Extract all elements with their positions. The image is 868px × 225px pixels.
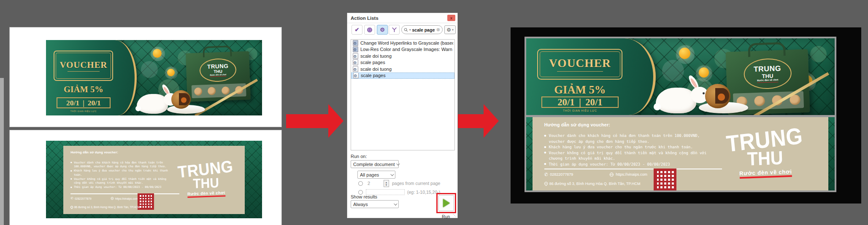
voucher-back-inner: Hướng dẫn sử dụng voucher: Voucher dành …	[533, 117, 829, 190]
discount-text: GIẢM 5%	[49, 85, 118, 94]
date-box: 20/1 | 20/1	[541, 96, 619, 107]
voucher-instructions-heading: Hướng dẫn sử dụng voucher:	[544, 122, 610, 127]
divider	[544, 169, 722, 169]
date-left: 20/1	[66, 99, 79, 107]
sequences-button[interactable]	[389, 25, 400, 35]
apply-action-button[interactable]: ✔	[352, 25, 362, 35]
screenshot-stage: TRUNG THU Rước đèn về chơi VOUCHER GIẢM …	[0, 0, 868, 225]
list-item: Voucher không có giá trị quy đổi thành t…	[70, 177, 172, 186]
chevron-down-icon	[390, 172, 394, 176]
list-item: Khách hàng lưu ý đưa voucher cho thu ngâ…	[544, 145, 710, 150]
voucher-left-panel: VOUCHER GIẢM 5% 20/1 | 20/1 THỜI GIAN HI…	[46, 40, 137, 115]
pages-count-value: 2	[368, 181, 370, 186]
giftbox-illustration: TRUNG THU Rước đèn về chơi	[186, 51, 251, 102]
search-value: scale pages	[412, 27, 435, 32]
run-button-label: Run	[442, 214, 450, 219]
list-item: Voucher không có giá trị quy đổi thành t…	[544, 150, 710, 162]
action-file-icon: ⚙	[353, 59, 358, 65]
globe-icon	[367, 27, 373, 33]
list-item: Khách hàng lưu ý đưa voucher cho thu ngâ…	[70, 169, 172, 177]
voucher-left-panel: VOUCHER GIẢM 5% 20/1 | 20/1 THỜI GIAN HI…	[526, 38, 656, 115]
play-icon	[443, 199, 450, 207]
giftbox-logo: TRUNG THU Rước đèn về chơi	[199, 58, 237, 82]
date-right: 20/1	[585, 97, 602, 108]
website-url: https://vinaips.com	[115, 197, 138, 200]
action-list-item-selected[interactable]: ⚙ scale pages	[351, 72, 454, 79]
voucher-instructions-list: Voucher dành cho khách hàng có hóa đơn t…	[544, 133, 710, 167]
action-file-icon: ⚙	[353, 46, 358, 52]
giftbox-handle	[203, 45, 232, 57]
date-box: 20/1 | 20/1	[57, 97, 111, 108]
voucher-instructions-heading: Hướng dẫn sử dụng voucher:	[70, 150, 118, 154]
wordmark-tagline: Rước đèn về chơi	[739, 169, 792, 179]
divider	[70, 193, 179, 194]
action-list-item[interactable]: ⚙ Change Word Hyperlinks to Grayscale (b…	[351, 40, 454, 46]
search-icon	[404, 28, 408, 32]
giftbox-handle	[748, 42, 786, 57]
mooncake-illustration	[171, 90, 191, 109]
mooncake-illustration	[705, 84, 730, 108]
search-input[interactable]: ▾ scale pages ⊗	[401, 25, 443, 34]
website-row: https://vinaips.com	[111, 197, 138, 200]
lantern-icon	[699, 67, 708, 77]
giftbox-logo-line1: TRUNG	[207, 63, 228, 70]
search-scope-chevron-icon[interactable]: ▾	[409, 28, 411, 31]
giftbox-logo: TRUNG THU Rước đèn về chơi	[743, 58, 792, 90]
voucher-badge-label: VOUCHER	[59, 60, 107, 70]
scope-select[interactable]: Complete document	[351, 160, 399, 168]
run-button-highlight	[436, 193, 456, 213]
options-menu-button[interactable]: ⚙ ▾	[444, 25, 456, 34]
global-actions-button[interactable]	[364, 25, 375, 35]
validity-note: THỜI GIAN HIỆU LỰC	[541, 109, 619, 112]
address-row: 86 đường số 3, Bình Hưng Hòa Q. Bình Tân…	[70, 206, 140, 209]
action-list-item[interactable]: ⚙ scale doi tuong	[351, 66, 454, 72]
run-button[interactable]	[438, 195, 454, 211]
action-list-item[interactable]: ⚙ Low-Res Color and Grayscale Images: Wa…	[351, 46, 454, 53]
page-edge-strip	[0, 78, 4, 225]
action-list-item[interactable]: ⚙ scale pages	[351, 59, 454, 66]
resize-grip[interactable]: ⋱	[453, 213, 457, 217]
pages-from-radio[interactable]	[358, 181, 363, 186]
chevron-down-icon	[397, 162, 400, 165]
globe-icon	[111, 197, 114, 200]
address-text: 86 đường số 3, Bình Hưng Hòa Q. Bình Tân…	[549, 182, 641, 186]
date-separator: |	[579, 97, 581, 108]
pages-select[interactable]: All pages	[357, 171, 395, 179]
phone-row: ✆ 02822077879	[70, 197, 92, 200]
date-right: 20/1	[88, 99, 101, 107]
dialog-title: Action Lists	[347, 13, 457, 23]
list-item: Thời gian áp dụng voucher: Từ 00/00/2023…	[544, 162, 710, 168]
voucher-back-inner: Hướng dẫn sử dụng voucher: Voucher dành …	[63, 146, 245, 214]
giftbox-logo-tagline: Rước đèn về chơi	[757, 79, 778, 83]
result-voucher-front: TRUNG THU Rước đèn về chơi VOUCHER	[526, 38, 835, 115]
chevron-down-icon: ▾	[452, 28, 454, 31]
giftbox-logo-tagline: Rước đèn về chơi	[210, 74, 226, 77]
giftbox-logo-line1: TRUNG	[754, 65, 781, 73]
lantern-icon	[167, 69, 175, 76]
action-lists-dialog: Action Lists x ✔ ⚙ ▾ scale pages ⊗ ⚙ ▾ ⚙…	[347, 13, 458, 218]
document-page-2: Hướng dẫn sử dụng voucher: Voucher dành …	[9, 130, 282, 225]
document-page-1: TRUNG THU Rước đèn về chơi VOUCHER GIẢM …	[9, 27, 282, 127]
stepper-down-icon[interactable]: ▾	[386, 184, 387, 186]
list-item: Thời gian áp dụng voucher: Từ 00/00/2023…	[70, 185, 172, 190]
voucher-badge: VOUCHER	[54, 51, 113, 81]
action-list-item[interactable]: ⚙ scale doi tuong	[351, 53, 454, 59]
trung-thu-wordmark: TRUNG THU Rước đèn về chơi	[169, 147, 242, 213]
phone-icon: ✆	[70, 197, 73, 200]
action-lists-button[interactable]: ⚙	[377, 25, 388, 35]
chevron-down-icon	[394, 202, 397, 205]
voucher-badge: VOUCHER	[537, 49, 622, 80]
wordmark-line2: THU	[193, 177, 219, 190]
result-voucher-back: Hướng dẫn sử dụng voucher: Voucher dành …	[526, 117, 835, 190]
pages-count-stepper[interactable]: ▴ ▾	[384, 180, 389, 187]
range-hint-label: (eg: 1-10,15,20-)	[407, 190, 440, 195]
action-file-icon: ⚙	[353, 53, 358, 59]
show-results-select[interactable]: Always	[351, 200, 399, 208]
phone-row: ✆ 02822077879	[544, 172, 573, 177]
close-button[interactable]: x	[447, 15, 455, 21]
date-left: 20/1	[557, 97, 574, 108]
clear-search-icon[interactable]: ⊗	[436, 27, 440, 32]
gear-icon: ⚙	[446, 27, 451, 32]
giftbox-logo-line2: THU	[762, 73, 773, 79]
qr-code	[138, 193, 154, 210]
